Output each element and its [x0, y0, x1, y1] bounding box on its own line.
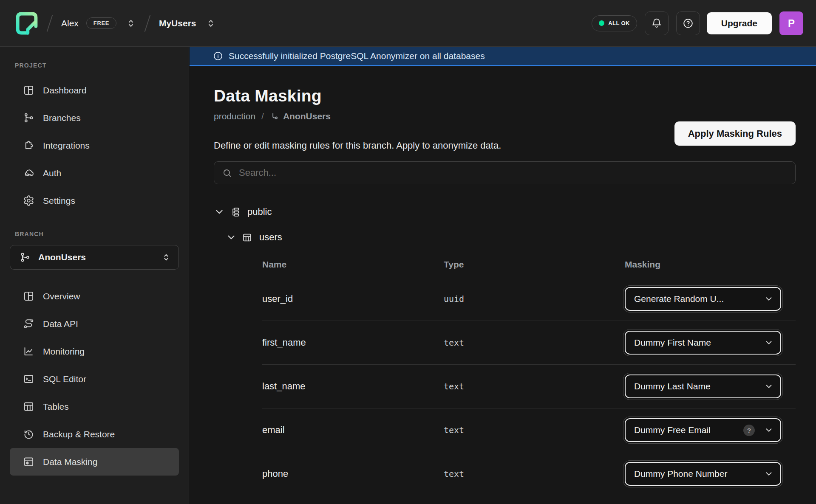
status-badge[interactable]: ALL OK [592, 15, 637, 31]
project-section-label: PROJECT [15, 62, 189, 69]
breadcrumb-current[interactable]: AnonUsers [283, 111, 331, 121]
page-title: Data Masking [214, 87, 796, 105]
search-input[interactable] [239, 167, 788, 178]
chevron-down-icon [764, 338, 774, 347]
breadcrumb-parent[interactable]: production [214, 111, 255, 121]
sidebar-item-label: Branches [43, 113, 81, 123]
org-switcher-chevron-icon[interactable] [126, 18, 136, 28]
search-icon [222, 168, 232, 178]
sidebar-item-branches[interactable]: Branches [10, 104, 179, 132]
sidebar-item-tables[interactable]: Tables [10, 393, 179, 420]
auth-cloud-key-icon [23, 167, 34, 179]
sidebar-item-label: Dashboard [43, 85, 87, 96]
branch-icon [20, 252, 31, 263]
masking-rule-select[interactable]: Dummy Phone Number [625, 462, 781, 486]
sidebar-item-label: Auth [43, 168, 61, 178]
dashboard-icon [23, 84, 34, 96]
branch-section-label: BRANCH [15, 231, 189, 237]
breadcrumb-slash [144, 14, 150, 32]
column-name: phone [262, 468, 444, 479]
org-name[interactable]: Alex [61, 18, 79, 28]
info-icon [213, 51, 223, 61]
notifications-button[interactable] [645, 11, 669, 35]
monitoring-chart-icon [23, 346, 34, 357]
sidebar-item-label: Backup & Restore [43, 429, 115, 439]
sidebar-item-monitoring[interactable]: Monitoring [10, 338, 179, 365]
masking-rule-value: Dummy Phone Number [634, 469, 764, 479]
table-row: phone text Dummy Phone Number [262, 452, 796, 496]
data-masking-icon [23, 456, 34, 467]
masking-rule-select[interactable]: Generate Random U... [625, 287, 781, 311]
sidebar: PROJECT Dashboard Branches Integrations … [0, 47, 189, 504]
success-banner: Successfully initialized PostgreSQL Anon… [190, 47, 816, 66]
column-type: text [444, 469, 625, 479]
columns-table: Name Type Masking user_id uuid Generate … [262, 252, 796, 496]
sidebar-item-sql-editor[interactable]: SQL Editor [10, 365, 179, 393]
sidebar-item-backup-restore[interactable]: Backup & Restore [10, 420, 179, 448]
help-icon [683, 18, 694, 29]
project-switcher-chevron-icon[interactable] [206, 18, 216, 28]
column-name: first_name [262, 337, 444, 348]
column-type: text [444, 381, 625, 391]
overview-icon [23, 290, 34, 302]
tree-row-schema-public[interactable]: public [214, 203, 796, 221]
help-button[interactable] [676, 11, 700, 35]
chevron-down-icon[interactable] [226, 232, 237, 243]
terminal-icon [23, 373, 34, 385]
sidebar-item-data-masking[interactable]: Data Masking [10, 448, 179, 476]
main-content: Successfully initialized PostgreSQL Anon… [190, 47, 816, 504]
apply-masking-rules-button[interactable]: Apply Masking Rules [674, 121, 796, 146]
masking-rule-value: Dummy First Name [634, 338, 764, 348]
breadcrumb: production / AnonUsers [214, 111, 796, 121]
schema-icon [230, 207, 241, 217]
banner-message: Successfully initialized PostgreSQL Anon… [229, 51, 485, 61]
masking-rule-select[interactable]: Dummy Last Name [625, 374, 781, 398]
top-bar: Alex FREE MyUsers ALL OK Upgrade P [0, 0, 816, 47]
branch-selector[interactable]: AnonUsers [10, 245, 179, 270]
sidebar-item-settings[interactable]: Settings [10, 187, 179, 214]
sidebar-item-data-api[interactable]: Data API [10, 310, 179, 338]
upgrade-button[interactable]: Upgrade [707, 12, 772, 34]
chevron-down-icon [764, 469, 774, 479]
column-header-name: Name [262, 259, 444, 270]
column-name: last_name [262, 381, 444, 392]
sidebar-item-label: Settings [43, 196, 75, 206]
branch-selector-value: AnonUsers [38, 252, 162, 262]
column-name: email [262, 425, 444, 436]
masking-rule-select[interactable]: Dummy First Name [625, 331, 781, 355]
table-row: email text Dummy Free Email ? [262, 408, 796, 452]
sidebar-item-label: SQL Editor [43, 374, 86, 384]
plan-badge: FREE [86, 17, 116, 29]
bell-icon [651, 18, 662, 29]
sidebar-item-overview[interactable]: Overview [10, 282, 179, 310]
sidebar-item-label: Tables [43, 402, 69, 412]
chevron-down-icon[interactable] [214, 206, 225, 217]
user-avatar[interactable]: P [779, 11, 803, 35]
column-header-type: Type [444, 259, 625, 270]
tree-row-table-users[interactable]: users [226, 228, 796, 246]
table-name: users [259, 232, 282, 243]
sidebar-item-label: Overview [43, 291, 80, 301]
chevron-down-icon [764, 294, 774, 304]
status-label: ALL OK [608, 20, 630, 26]
neon-logo-icon[interactable] [15, 12, 38, 35]
table-row: last_name text Dummy Last Name [262, 365, 796, 408]
branch-selector-chevron-icon [162, 253, 171, 262]
project-name[interactable]: MyUsers [159, 18, 196, 28]
sidebar-item-auth[interactable]: Auth [10, 159, 179, 187]
gear-icon [23, 195, 34, 206]
masking-rule-value: Dummy Last Name [634, 381, 764, 391]
schema-name: public [247, 206, 272, 217]
schema-tree: public users [214, 203, 796, 246]
sidebar-item-integrations[interactable]: Integrations [10, 132, 179, 159]
table-icon [242, 232, 252, 243]
branches-icon [23, 112, 34, 124]
masking-rule-select[interactable]: Dummy Free Email ? [625, 418, 781, 442]
table-header-row: Name Type Masking [262, 252, 796, 277]
table-row: first_name text Dummy First Name [262, 321, 796, 364]
help-badge-icon[interactable]: ? [743, 425, 755, 436]
sidebar-item-dashboard[interactable]: Dashboard [10, 76, 179, 104]
column-name: user_id [262, 293, 444, 304]
data-api-icon [23, 318, 34, 329]
chevron-down-icon [764, 382, 774, 391]
